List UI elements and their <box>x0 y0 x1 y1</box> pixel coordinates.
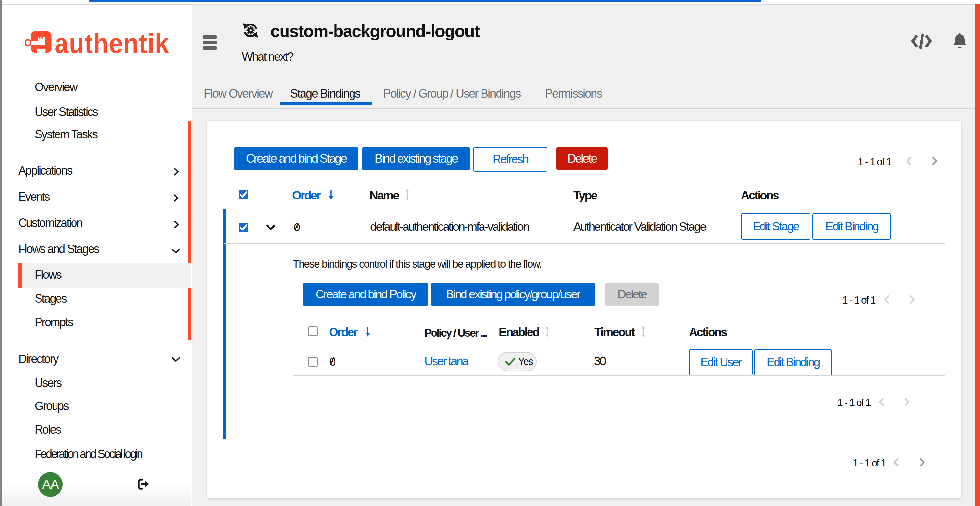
svg-text:authentik: authentik <box>54 30 169 56</box>
